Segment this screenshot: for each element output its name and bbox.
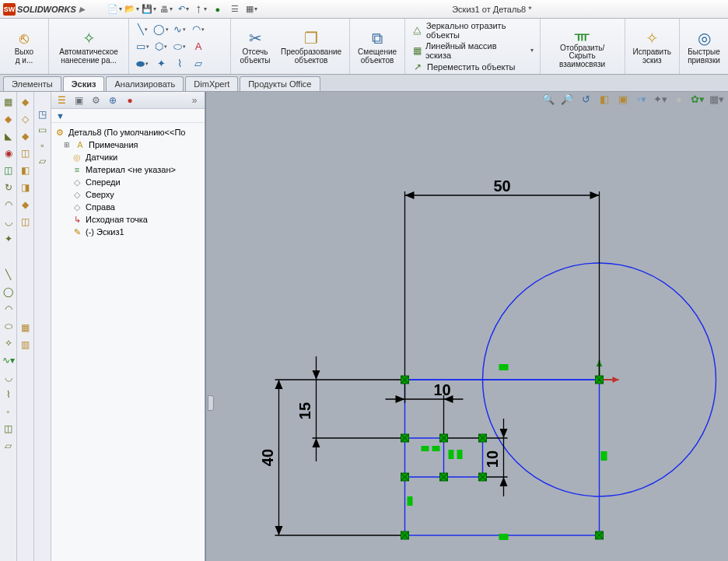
tree-root[interactable]: ⚙ Деталь8 (По умолчанию<<По [53, 126, 203, 138]
tool-10[interactable] [208, 39, 226, 54]
tree-notes[interactable]: Примечания [89, 140, 138, 149]
prev-view-icon[interactable]: ↺ [579, 92, 593, 106]
lt2-1[interactable]: ◆ [19, 95, 33, 109]
tree-sensors[interactable]: Датчики [86, 153, 117, 162]
fm-filter[interactable]: ▼ [51, 109, 205, 123]
select-icon[interactable]: ⭡ [194, 2, 208, 16]
rebuild-icon[interactable]: ● [211, 2, 225, 16]
zoom-area-icon[interactable]: 🔎 [560, 92, 574, 106]
zoom-fit-icon[interactable]: 🔍 [541, 92, 555, 106]
linear-pattern-button[interactable]: ▦Линейный массив эскиза▾ [411, 41, 533, 60]
tab-analyze[interactable]: Анализировать [106, 76, 184, 91]
lt2-3[interactable]: ◆ [19, 129, 33, 143]
circle-tool[interactable]: ◯ [152, 22, 170, 37]
display-style-icon[interactable]: ▫▾ [635, 92, 649, 106]
fm-tab-prop[interactable]: ▣ [72, 94, 86, 107]
lt2-10[interactable]: ▥ [19, 338, 33, 352]
exit-sketch-button[interactable]: ⎋ Выхо д и... [5, 21, 44, 72]
fm-expand-icon[interactable]: » [187, 94, 201, 107]
lt3-1[interactable]: ◳ [36, 107, 50, 121]
save-icon[interactable]: 💾 [142, 2, 156, 16]
quick-snaps-button[interactable]: ◎ Быстрые привязки [684, 21, 723, 72]
hide-show-icon[interactable]: ✦▾ [653, 92, 667, 106]
graphics-area[interactable]: 50 40 15 [205, 92, 728, 561]
trim-button[interactable]: ✂ Отсечь объекты [236, 21, 275, 72]
tree-origin[interactable]: Исходная точка [86, 215, 148, 224]
open-icon[interactable]: 📂 [125, 2, 139, 16]
lt1-18[interactable]: ◦ [2, 405, 16, 419]
lt1-2[interactable]: ◆ [2, 112, 16, 126]
sketch-rect-outer[interactable] [405, 380, 600, 535]
lt1-20[interactable]: ▱ [2, 439, 16, 453]
lt2-6[interactable]: ◨ [19, 181, 33, 195]
lt3-3[interactable]: ▫ [36, 138, 50, 153]
lt1-8[interactable]: ◡ [2, 215, 16, 229]
fm-tab-config[interactable]: ⚙ [89, 94, 103, 107]
lt1-7[interactable]: ◠ [2, 198, 16, 212]
dimension-10-h[interactable]: 10 [386, 380, 464, 438]
display-relations-button[interactable]: ᚃ Отобразить/Скрыть взаимосвязи [545, 21, 620, 72]
lt1-6[interactable]: ↻ [2, 181, 16, 195]
lt1-16[interactable]: ◡ [2, 370, 16, 384]
print-icon[interactable]: 🖶 [159, 2, 173, 16]
smart-dimension-button[interactable]: ✧ Автоматическое нанесение ра... [54, 21, 124, 72]
polygon-tool[interactable]: ⬡ [152, 39, 170, 54]
section-view-icon[interactable]: ◧ [597, 92, 611, 106]
centerline-tool[interactable]: ⌇ [171, 56, 188, 72]
tool-15[interactable] [208, 56, 226, 72]
plane-tool[interactable]: ▱ [190, 56, 207, 72]
lt1-13[interactable]: ⬭ [2, 319, 16, 333]
fm-tab-display[interactable]: ● [123, 94, 137, 107]
lt1-10[interactable]: ╲ [2, 268, 16, 282]
lt1-1[interactable]: ▦ [2, 95, 16, 109]
fm-tab-tree[interactable]: ☰ [54, 94, 68, 107]
lt2-9[interactable]: ▦ [19, 321, 33, 335]
tree-expand[interactable]: ⊞ [64, 141, 72, 149]
scene-icon[interactable]: ✿▾ [691, 92, 705, 106]
lt1-15[interactable]: ∿▾ [2, 353, 16, 367]
menu-expand-icon[interactable]: ▶ [79, 5, 85, 13]
lt2-2[interactable]: ◇ [19, 112, 33, 126]
ellipse-tool[interactable]: ⬭ [171, 39, 188, 54]
tree-top[interactable]: Сверху [86, 190, 114, 199]
tree-front[interactable]: Спереди [86, 177, 121, 187]
view-settings-icon[interactable]: ▦▾ [709, 92, 723, 106]
lt1-5[interactable]: ◫ [2, 163, 16, 177]
tree-sketch[interactable]: (-) Эскиз1 [86, 227, 124, 237]
offset-button[interactable]: ⧉ Смещение объектов [355, 21, 400, 72]
lt1-11[interactable]: ◯ [2, 285, 16, 299]
tab-office[interactable]: Продукты Office [240, 76, 320, 91]
tab-sketch[interactable]: Эскиз [63, 76, 105, 91]
lt2-7[interactable]: ◆ [19, 198, 33, 212]
dimension-40[interactable]: 40 [259, 380, 405, 535]
move-entities-button[interactable]: ↗Переместить объекты [411, 61, 533, 72]
lt1-14[interactable]: ✧ [2, 336, 16, 350]
lt1-19[interactable]: ◫ [2, 422, 16, 436]
lt2-8[interactable]: ◫ [19, 215, 33, 229]
view-orientation-icon[interactable]: ▣ [616, 92, 630, 106]
lt2-4[interactable]: ◫ [19, 146, 33, 160]
lt1-3[interactable]: ◣ [2, 129, 16, 143]
slot-tool[interactable]: ⬬ [134, 56, 151, 72]
arc-tool[interactable]: ◠ [190, 22, 207, 37]
new-doc-icon[interactable]: 📄 [108, 2, 122, 16]
appearance-icon[interactable]: ● [672, 92, 686, 106]
convert-button[interactable]: ❐ Преобразование объектов [278, 21, 345, 72]
dimension-50[interactable]: 50 [405, 177, 600, 380]
undo-icon[interactable]: ↶ [177, 2, 191, 16]
mirror-button[interactable]: ⧋Зеркально отразить объекты [411, 21, 533, 40]
tree-right[interactable]: Справа [86, 202, 115, 212]
fillet-tool[interactable]: A [190, 39, 207, 54]
lt1-12[interactable]: ◠ [2, 302, 16, 316]
dimension-15[interactable]: 15 [296, 356, 405, 461]
lt2-5[interactable]: ◧ [19, 163, 33, 177]
lt1-4[interactable]: ◉ [2, 146, 16, 160]
tab-dimxpert[interactable]: DimXpert [185, 76, 238, 91]
point-tool[interactable]: ✦ [152, 56, 170, 72]
fm-tab-dim[interactable]: ⊕ [106, 94, 120, 107]
lt1-9[interactable]: ✦ [2, 232, 16, 246]
tool-5[interactable] [208, 22, 226, 37]
line-tool[interactable]: ╲ [134, 22, 151, 37]
options-icon[interactable]: ☰ [228, 2, 242, 16]
lt3-2[interactable]: ▭ [36, 123, 50, 137]
